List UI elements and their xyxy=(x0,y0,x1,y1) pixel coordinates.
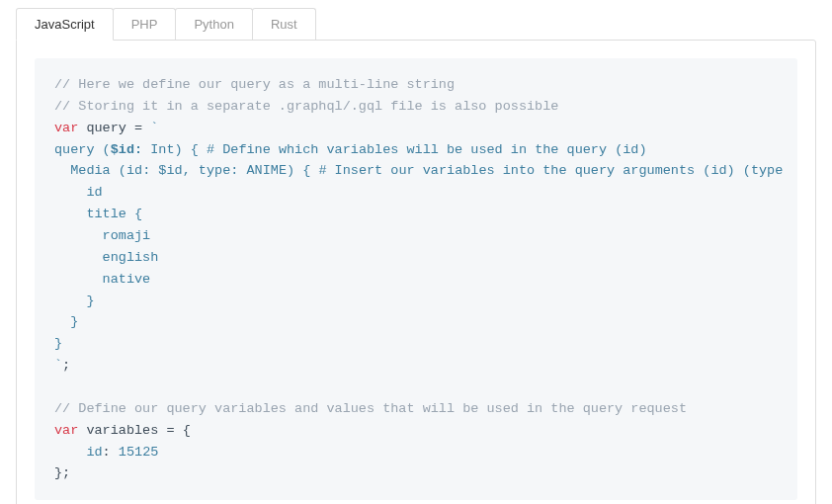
code-punct: ( xyxy=(103,142,111,157)
code-string: id xyxy=(54,185,103,200)
code-string xyxy=(54,294,86,308)
code-punct: { xyxy=(191,142,199,157)
code-string: Media xyxy=(54,163,119,178)
code-punct: ) xyxy=(638,142,646,157)
code-const: ANIME xyxy=(238,163,287,178)
code-punct: { xyxy=(134,207,142,221)
code-block[interactable]: // Here we define our query as a multi-l… xyxy=(35,58,797,500)
code-string: id xyxy=(710,163,726,178)
code-punct: } xyxy=(54,465,62,480)
code-ident: variables xyxy=(78,423,166,438)
code-punct: ( xyxy=(119,163,126,178)
code-comment: // Storing it in a separate .graphql/.gq… xyxy=(54,99,558,114)
tab-bar: JavaScript PHP Python Rust xyxy=(0,0,832,40)
code-punct: } xyxy=(70,314,78,329)
code-string xyxy=(111,445,119,460)
code-string: ` xyxy=(54,358,62,373)
code-string: english xyxy=(54,250,158,265)
tab-javascript[interactable]: JavaScript xyxy=(16,8,114,41)
code-string: ` xyxy=(142,121,158,135)
code-string xyxy=(735,163,743,178)
code-var: $id xyxy=(150,163,182,178)
code-punct: { xyxy=(175,423,191,438)
tab-rust[interactable]: Rust xyxy=(252,8,316,40)
code-string xyxy=(183,142,191,157)
code-punct: = xyxy=(166,423,174,438)
code-punct: ( xyxy=(743,163,751,178)
code-attr: type xyxy=(191,163,231,178)
code-pre: // Here we define our query as a multi-l… xyxy=(54,74,778,484)
code-punct: ; xyxy=(62,358,70,373)
code-string: native xyxy=(54,272,150,287)
code-attr: id xyxy=(54,445,103,460)
code-var: $id xyxy=(111,142,134,157)
code-keyword: var xyxy=(54,423,78,438)
code-punct: : xyxy=(103,445,111,460)
code-string: type xyxy=(751,163,783,178)
code-punct: , xyxy=(183,163,191,178)
code-string xyxy=(54,314,70,329)
code-string: title xyxy=(54,207,134,221)
code-string: id xyxy=(623,142,638,157)
code-comment: // Here we define our query as a multi-l… xyxy=(54,77,455,92)
code-punct: : xyxy=(134,142,142,157)
tab-python[interactable]: Python xyxy=(175,8,252,40)
code-punct: = xyxy=(134,121,142,135)
code-type: Int xyxy=(142,142,174,157)
tab-php[interactable]: PHP xyxy=(113,8,177,40)
code-string xyxy=(294,163,302,178)
code-string: query xyxy=(54,142,103,157)
code-ident: query xyxy=(78,121,134,135)
code-string: romaji xyxy=(54,228,150,243)
content-pane: // Here we define our query as a multi-l… xyxy=(16,40,816,504)
code-punct: ) xyxy=(727,163,735,178)
code-number: 15125 xyxy=(119,445,159,460)
code-comment: // Define our query variables and values… xyxy=(54,401,687,416)
code-punct: ) xyxy=(287,163,294,178)
code-punct: } xyxy=(86,294,94,308)
code-punct: ) xyxy=(175,142,183,157)
code-punct: } xyxy=(54,336,62,351)
code-keyword: var xyxy=(54,121,78,135)
code-attr: id xyxy=(126,163,142,178)
code-punct: ; xyxy=(62,465,70,480)
code-string: # Define which variables will be used in… xyxy=(199,142,615,157)
code-string: # Insert our variables into the query ar… xyxy=(310,163,703,178)
